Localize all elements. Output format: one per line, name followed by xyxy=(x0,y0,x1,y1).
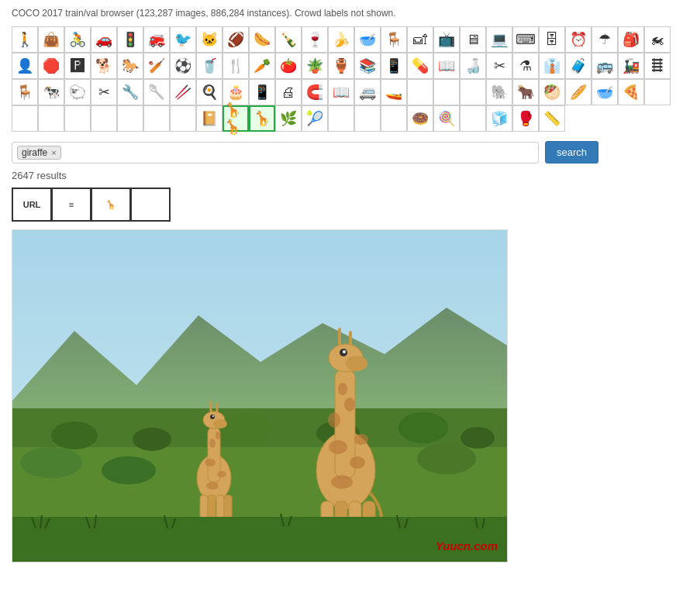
icon-potted-plant[interactable]: 🪴 xyxy=(302,53,328,79)
icon-couch[interactable]: 🛋 xyxy=(407,26,433,53)
icon-soccer-ball[interactable]: ⚽ xyxy=(170,53,196,79)
icon-sports-ball[interactable]: 🏈 xyxy=(222,26,249,53)
view-url-button[interactable]: URL xyxy=(12,188,52,222)
icon-ruler[interactable]: 📏 xyxy=(539,105,565,132)
icon-fire-hydrant[interactable]: 🚒 xyxy=(143,26,170,53)
icon-pan[interactable]: 🍳 xyxy=(196,79,222,105)
icon-car[interactable]: 🚗 xyxy=(91,26,117,53)
icon-clock[interactable]: ⏰ xyxy=(565,26,592,53)
icon-sheep[interactable]: 🐑 xyxy=(64,79,91,105)
icon-cat[interactable]: 🐱 xyxy=(196,26,222,53)
icon-person[interactable]: 🚶 xyxy=(12,26,38,53)
icon-ice[interactable]: 🧊 xyxy=(486,105,512,132)
icon-bench[interactable]: 🛤 xyxy=(644,53,671,79)
icon-motorcycle[interactable]: 🏍 xyxy=(644,26,671,53)
icon-notebook[interactable]: 📖 xyxy=(328,79,354,105)
icon-cup[interactable]: 🥤 xyxy=(196,53,222,79)
icon-lollipop[interactable]: 🍭 xyxy=(433,105,460,132)
icon-empty14[interactable] xyxy=(381,105,407,132)
icon-suitcase[interactable]: 🧳 xyxy=(565,53,592,79)
view-giraffe-button[interactable]: 🦒 xyxy=(91,188,131,222)
icon-empty13[interactable] xyxy=(354,105,381,132)
search-tag-giraffe[interactable]: giraffe × xyxy=(17,146,61,160)
icon-tv[interactable]: 📺 xyxy=(433,26,460,53)
icon-chair2[interactable]: 🪑 xyxy=(12,79,38,105)
icon-elephant[interactable]: 🐘 xyxy=(486,79,512,105)
icon-notebook2[interactable]: 📔 xyxy=(196,105,222,132)
icon-chair[interactable]: 🪑 xyxy=(381,26,407,53)
icon-empty11[interactable] xyxy=(170,105,196,132)
icon-pill[interactable]: 💊 xyxy=(407,53,433,79)
icon-tomato[interactable]: 🍅 xyxy=(275,53,302,79)
search-input-wrapper[interactable]: giraffe × xyxy=(12,142,539,163)
icon-backpack[interactable]: 🎒 xyxy=(618,26,644,53)
icon-train[interactable]: 🚂 xyxy=(618,53,644,79)
icon-boat[interactable]: 🚤 xyxy=(381,79,407,105)
icon-bottle[interactable]: 🍾 xyxy=(275,26,302,53)
icon-parking-meter[interactable]: 🅿 xyxy=(64,53,91,79)
icon-scissors[interactable]: ✂ xyxy=(486,53,512,79)
icon-empty5[interactable] xyxy=(12,105,38,132)
icon-wrench[interactable]: 🔧 xyxy=(117,79,143,105)
icon-monitor[interactable]: 🖥 xyxy=(460,26,486,53)
icon-donut[interactable]: 🍩 xyxy=(407,105,433,132)
icon-giraffe-single[interactable]: 🦒 xyxy=(249,105,275,132)
icon-cow[interactable]: 🐄 xyxy=(38,79,64,105)
icon-wine-glass[interactable]: 🍷 xyxy=(302,26,328,53)
icon-hot-dog[interactable]: 🌭 xyxy=(249,26,275,53)
icon-pizza[interactable]: 🍕 xyxy=(618,79,644,105)
icon-book[interactable]: 📚 xyxy=(354,53,381,79)
icon-flask[interactable]: ⚗ xyxy=(512,53,539,79)
icon-dog[interactable]: 🐕 xyxy=(91,53,117,79)
icon-bread[interactable]: 🥖 xyxy=(565,79,592,105)
icon-bowl2[interactable]: 🥣 xyxy=(592,79,618,105)
icon-vase2[interactable]: 🍶 xyxy=(460,53,486,79)
icon-bull[interactable]: 🐂 xyxy=(512,79,539,105)
icon-leaf[interactable]: 🌿 xyxy=(275,105,302,132)
icon-truck[interactable]: 🚐 xyxy=(354,79,381,105)
icon-carrot[interactable]: 🥕 xyxy=(249,53,275,79)
icon-umbrella[interactable]: ☂ xyxy=(592,26,618,53)
icon-vase[interactable]: 🏺 xyxy=(328,53,354,79)
icon-cell-phone[interactable]: 📱 xyxy=(381,53,407,79)
icon-tie[interactable]: 👔 xyxy=(539,53,565,79)
icon-empty8[interactable] xyxy=(91,105,117,132)
icon-empty1[interactable] xyxy=(407,79,433,105)
icon-cabinet[interactable]: 🗄 xyxy=(539,26,565,53)
icon-bicycle[interactable]: 🚴 xyxy=(64,26,91,53)
icon-empty3[interactable] xyxy=(460,79,486,105)
icon-book2[interactable]: 📖 xyxy=(433,53,460,79)
icon-empty6[interactable] xyxy=(38,105,64,132)
icon-empty9[interactable] xyxy=(117,105,143,132)
icon-printer[interactable]: 🖨 xyxy=(275,79,302,105)
icon-stop-sign[interactable]: 🛑 xyxy=(38,53,64,79)
icon-empty12[interactable] xyxy=(328,105,354,132)
icon-baseball-bat[interactable]: 🏏 xyxy=(143,53,170,79)
search-input[interactable] xyxy=(64,146,533,158)
search-button[interactable]: search xyxy=(545,141,598,163)
icon-traffic-light[interactable]: 🚦 xyxy=(117,26,143,53)
icon-sandwich[interactable]: 🥙 xyxy=(539,79,565,105)
icon-empty2[interactable] xyxy=(433,79,460,105)
view-list-button[interactable]: ≡ xyxy=(51,188,91,222)
icon-banana[interactable]: 🍌 xyxy=(328,26,354,53)
icon-person2[interactable]: 👤 xyxy=(12,53,38,79)
icon-boxing-glove[interactable]: 🥊 xyxy=(512,105,539,132)
icon-fork[interactable]: 🍴 xyxy=(222,53,249,79)
icon-scissors2[interactable]: ✂ xyxy=(91,79,117,105)
icon-phone[interactable]: 📱 xyxy=(249,79,275,105)
icon-giraffe-group[interactable]: 🦒🦒 xyxy=(222,105,249,132)
icon-laptop[interactable]: 💻 xyxy=(486,26,512,53)
icon-empty10[interactable] xyxy=(143,105,170,132)
icon-tennis[interactable]: 🎾 xyxy=(302,105,328,132)
icon-spoon[interactable]: 🥄 xyxy=(143,79,170,105)
view-blank-button[interactable] xyxy=(130,188,171,222)
icon-empty4[interactable] xyxy=(644,79,671,105)
icon-keyboard[interactable]: ⌨ xyxy=(512,26,539,53)
icon-bowl[interactable]: 🥣 xyxy=(354,26,381,53)
search-tag-close[interactable]: × xyxy=(51,148,56,157)
icon-bird[interactable]: 🐦 xyxy=(170,26,196,53)
icon-bus[interactable]: 🚌 xyxy=(592,53,618,79)
icon-horse[interactable]: 🐎 xyxy=(117,53,143,79)
icon-chopsticks[interactable]: 🥢 xyxy=(170,79,196,105)
